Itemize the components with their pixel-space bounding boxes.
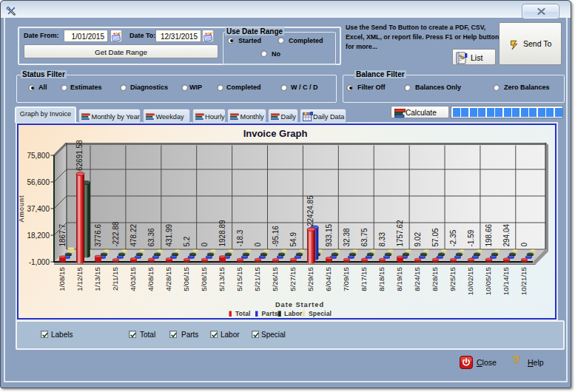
- svg-text:Total: Total: [235, 310, 251, 317]
- svg-text:Amount: Amount: [19, 195, 25, 222]
- svg-text:Date Started: Date Started: [275, 301, 324, 308]
- svg-text:5/29/15: 5/29/15: [306, 266, 315, 291]
- svg-text:Special: Special: [309, 310, 332, 317]
- svg-text:5/21/15: 5/21/15: [253, 266, 261, 291]
- svg-text:8/24/15: 8/24/15: [413, 266, 421, 291]
- svg-text:7/09/15: 7/09/15: [342, 266, 350, 291]
- svg-text:8.33: 8.33: [378, 232, 386, 247]
- svg-text:18,200: 18,200: [27, 232, 50, 240]
- svg-text:63.36: 63.36: [147, 228, 155, 246]
- svg-text:10/05/15: 10/05/15: [484, 266, 492, 295]
- svg-text:933.15: 933.15: [325, 223, 333, 246]
- svg-text:56,600: 56,600: [27, 178, 50, 186]
- svg-text:0: 0: [254, 243, 262, 247]
- svg-text:32.38: 32.38: [343, 228, 351, 246]
- svg-text:-1,000: -1,000: [29, 258, 50, 266]
- svg-text:4/28/15: 4/28/15: [164, 266, 172, 291]
- svg-text:8/17/15: 8/17/15: [360, 266, 368, 291]
- svg-text:0: 0: [520, 243, 528, 247]
- svg-text:9.02: 9.02: [414, 232, 422, 247]
- svg-text:54.9: 54.9: [289, 232, 297, 247]
- svg-text:8/28/15: 8/28/15: [431, 266, 439, 291]
- svg-text:-222.88: -222.88: [112, 221, 120, 246]
- svg-text:5/27/15: 5/27/15: [289, 266, 297, 291]
- svg-text:1757.62: 1757.62: [396, 220, 404, 247]
- svg-text:1867.7: 1867.7: [58, 223, 67, 246]
- svg-text:5/08/15: 5/08/15: [200, 266, 208, 291]
- svg-text:6/04/15: 6/04/15: [324, 266, 332, 291]
- svg-text:1928.89: 1928.89: [218, 220, 226, 247]
- svg-text:62691.58: 62691.58: [75, 140, 84, 171]
- svg-text:57.05: 57.05: [431, 228, 440, 246]
- svg-text:22424.85: 22424.85: [306, 195, 315, 226]
- svg-text:5/26/15: 5/26/15: [271, 266, 279, 291]
- svg-text:-2.35: -2.35: [449, 229, 457, 246]
- svg-text:0: 0: [201, 243, 209, 247]
- svg-text:5/15/15: 5/15/15: [235, 266, 243, 291]
- svg-text:75,800: 75,800: [27, 152, 50, 160]
- svg-text:5/13/15: 5/13/15: [218, 266, 226, 291]
- svg-text:4/08/15: 4/08/15: [147, 266, 155, 291]
- svg-text:2/11/15: 2/11/15: [111, 266, 119, 291]
- svg-text:63.75: 63.75: [360, 228, 369, 246]
- svg-text:294.04: 294.04: [502, 223, 511, 246]
- svg-text:10/21/15: 10/21/15: [519, 266, 528, 295]
- svg-text:1/12/15: 1/12/15: [75, 266, 84, 291]
- svg-text:3776.6: 3776.6: [94, 223, 102, 246]
- svg-text:Invoice Graph: Invoice Graph: [243, 128, 308, 139]
- svg-text:-95.16: -95.16: [272, 226, 280, 247]
- svg-text:5.2: 5.2: [183, 236, 191, 246]
- svg-text:Labor: Labor: [284, 310, 303, 317]
- svg-text:9/25/15: 9/25/15: [448, 266, 457, 291]
- svg-text:-18.3: -18.3: [236, 229, 244, 246]
- svg-text:1/13/15: 1/13/15: [93, 266, 101, 291]
- svg-text:8/19/15: 8/19/15: [395, 266, 403, 291]
- svg-text:10/02/15: 10/02/15: [466, 266, 474, 295]
- svg-text:-1.59: -1.59: [467, 229, 475, 246]
- svg-text:37,400: 37,400: [27, 205, 50, 213]
- svg-text:198.66: 198.66: [485, 223, 493, 246]
- svg-text:431.99: 431.99: [165, 223, 173, 246]
- svg-text:Parts: Parts: [262, 310, 278, 317]
- svg-text:1/08/15: 1/08/15: [58, 266, 66, 291]
- svg-text:10/14/15: 10/14/15: [502, 266, 510, 295]
- svg-text:478.22: 478.22: [130, 223, 138, 246]
- svg-text:8/18/15: 8/18/15: [377, 266, 386, 291]
- svg-text:4/03/15: 4/03/15: [129, 266, 137, 291]
- svg-text:5/06/15: 5/06/15: [182, 266, 190, 291]
